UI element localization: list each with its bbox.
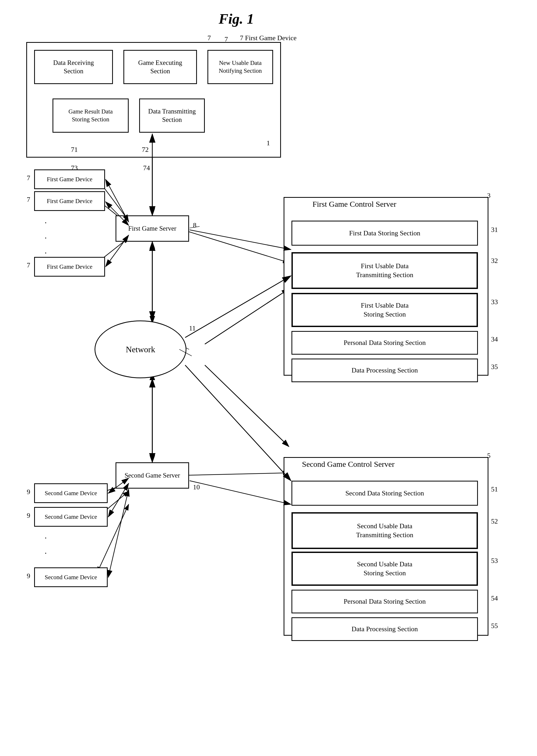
ref-33: 33 — [491, 298, 498, 306]
first-data-storing-section: First Data Storing Section — [291, 221, 478, 246]
second-data-processing: Data Processing Section — [291, 617, 478, 641]
second-personal-data-storing: Personal Data Storing Section — [291, 590, 478, 613]
second-usable-data-transmitting: Second Usable Data Transmitting Section — [291, 512, 478, 549]
svg-line-21 — [185, 276, 291, 338]
ref-32: 32 — [491, 257, 498, 265]
ref-9-device2: 9 — [27, 512, 30, 520]
ref-7-device2: 7 — [27, 196, 30, 204]
second-game-server: Second Game Server — [115, 462, 189, 488]
ref-7-device1: 7 — [27, 174, 30, 182]
ref-74: 74 — [143, 164, 150, 172]
svg-line-6 — [205, 365, 289, 446]
ref-9-device1: 9 — [27, 488, 30, 496]
first-game-device-1: First Game Device — [34, 169, 105, 189]
first-usable-data-storing: First Usable Data Storing Section — [291, 293, 478, 327]
game-executing-section: Game Executing Section — [123, 50, 197, 84]
first-game-control-server-title: First Game Control Server — [312, 200, 396, 209]
ref-72: 72 — [142, 146, 148, 154]
data-transmitting-section: Data Transmitting Section — [139, 99, 205, 133]
second-game-control-server-title: Second Game Control Server — [302, 460, 394, 469]
network-ellipse: Network — [95, 320, 186, 378]
ref-71: 71 — [71, 146, 78, 154]
first-game-device-2: First Game Device — [34, 191, 105, 211]
svg-line-23 — [189, 230, 291, 250]
ref-1: 1 — [267, 139, 270, 147]
first-usable-data-transmitting: First Usable Data Transmitting Section — [291, 252, 478, 289]
ref-35: 35 — [491, 363, 498, 371]
first-data-processing: Data Processing Section — [291, 358, 478, 382]
ref-54: 54 — [491, 595, 498, 602]
svg-line-30 — [108, 489, 129, 577]
ref-55: 55 — [491, 622, 498, 630]
svg-line-4 — [205, 289, 289, 344]
svg-line-13 — [179, 229, 289, 263]
svg-line-24 — [189, 481, 291, 504]
ref-11: 11 — [189, 324, 196, 332]
ref-52: 52 — [491, 518, 498, 525]
new-usable-data-notifying: New Usable Data Notifying Section — [207, 50, 273, 84]
svg-line-14 — [179, 473, 289, 476]
ref-51: 51 — [491, 485, 498, 493]
ref-34: 34 — [491, 335, 498, 343]
first-game-device-3: First Game Device — [34, 257, 105, 276]
ref-8: 8 — [193, 222, 196, 229]
game-result-data-storing: Game Result Data Storing Section — [53, 99, 129, 133]
first-personal-data-storing: Personal Data Storing Section — [291, 331, 478, 355]
ref-53: 53 — [491, 557, 498, 565]
ref-7-device3: 7 — [27, 261, 30, 269]
first-game-device-header: 7 7 First Game Device — [207, 34, 297, 42]
ref-31: 31 — [491, 226, 498, 234]
second-usable-data-storing: Second Usable Data Storing Section — [291, 552, 478, 586]
second-game-device-2: Second Game Device — [34, 507, 108, 527]
diagram: Fig. 1 7 7 First Game Device 7 71 72 73 … — [0, 0, 537, 756]
second-game-device-3: Second Game Device — [34, 567, 108, 587]
ref-9-device3: 9 — [27, 572, 30, 580]
second-game-device-1: Second Game Device — [34, 483, 108, 503]
first-game-server: First Game Server — [115, 215, 189, 242]
svg-line-22 — [185, 365, 291, 481]
second-data-storing-section: Second Data Storing Section — [291, 481, 478, 506]
ref-10: 10 — [193, 483, 200, 491]
data-receiving-section: Data Receiving Section — [34, 50, 113, 84]
fig-title: Fig. 1 — [219, 11, 254, 27]
